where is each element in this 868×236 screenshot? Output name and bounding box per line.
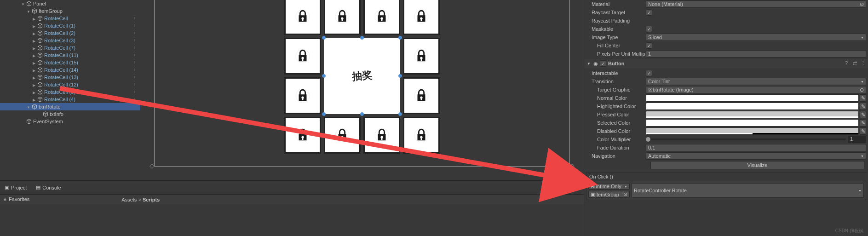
button-component-header[interactable]: ▼ ◉ Button ? ⇄ ⋮: [584, 59, 868, 68]
hierarchy-item[interactable]: ItemGroup: [0, 7, 140, 15]
disabled-color-picker[interactable]: ✎: [860, 127, 866, 135]
fold-icon[interactable]: ▼: [586, 62, 592, 66]
rotate-cell[interactable]: [403, 117, 440, 154]
target-graphic-field[interactable]: ☒ btnRotate (Image): [646, 86, 866, 93]
rotate-cell[interactable]: [363, 0, 400, 35]
highlighted-color-picker[interactable]: ✎: [860, 103, 866, 110]
navigation-dropdown[interactable]: Automatic: [646, 152, 866, 160]
hierarchy-item[interactable]: RotateCell〉: [0, 15, 140, 22]
rotate-cell[interactable]: [324, 117, 361, 154]
menu-icon[interactable]: ⋮: [860, 60, 866, 67]
rotate-cell[interactable]: [363, 117, 400, 154]
console-tab[interactable]: ▤Console: [31, 183, 65, 192]
normal-color-swatch[interactable]: [646, 94, 859, 102]
normal-color-picker[interactable]: ✎: [860, 94, 866, 102]
prefab-chevron-icon[interactable]: 〉: [133, 23, 138, 29]
help-icon[interactable]: ?: [843, 60, 850, 67]
hierarchy-item[interactable]: RotateCell (14)〉: [0, 66, 140, 74]
foldout-arrow[interactable]: [26, 8, 31, 14]
foldout-arrow[interactable]: [31, 60, 37, 65]
runtime-dropdown[interactable]: Runtime Only: [588, 183, 630, 190]
pressed-color-swatch[interactable]: [646, 111, 859, 118]
hierarchy-item[interactable]: RotateCell (1)〉: [0, 22, 140, 29]
canvas-handle-bl[interactable]: ◇: [149, 162, 155, 169]
breadcrumb[interactable]: Assets > Scripts: [121, 197, 160, 202]
selection-handle[interactable]: [398, 36, 402, 40]
selection-handle[interactable]: [322, 112, 326, 116]
scene-view[interactable]: ◇ ◇ 抽奖: [140, 0, 584, 180]
rotate-cell[interactable]: [284, 117, 321, 154]
prefab-chevron-icon[interactable]: 〉: [133, 45, 138, 51]
selection-handle[interactable]: [322, 36, 326, 40]
prefab-chevron-icon[interactable]: 〉: [133, 52, 138, 58]
hierarchy-item[interactable]: RotateCell (4)〉: [0, 96, 140, 103]
btn-rotate[interactable]: 抽奖: [324, 38, 400, 114]
hierarchy-item[interactable]: RotateCell (11)〉: [0, 52, 140, 59]
rotate-cell[interactable]: [403, 38, 440, 75]
onclick-method-dropdown[interactable]: RotateController.Rotate: [632, 183, 864, 198]
favorites-label[interactable]: ★ Favorites: [3, 196, 29, 202]
fill-center-checkbox[interactable]: [646, 42, 652, 49]
selection-handle[interactable]: [398, 74, 402, 78]
foldout-arrow[interactable]: [31, 45, 37, 51]
rotate-cell[interactable]: [284, 38, 321, 75]
prefab-chevron-icon[interactable]: 〉: [133, 75, 138, 81]
ppu-field[interactable]: 1: [646, 50, 866, 58]
rotate-cell[interactable]: [324, 0, 361, 35]
selection-handle[interactable]: [360, 36, 364, 40]
canvas-handle-br[interactable]: ◇: [569, 162, 575, 169]
project-tab[interactable]: ▣Project: [0, 183, 31, 192]
prefab-chevron-icon[interactable]: 〉: [133, 30, 138, 36]
button-enabled-checkbox[interactable]: [600, 60, 606, 67]
hierarchy-item[interactable]: RotateCell (8)〉: [0, 88, 140, 96]
foldout-arrow[interactable]: [31, 75, 37, 80]
pressed-color-picker[interactable]: ✎: [860, 111, 866, 118]
prefab-chevron-icon[interactable]: 〉: [133, 67, 138, 73]
color-multiplier-field[interactable]: 1: [848, 136, 866, 143]
hierarchy-item[interactable]: txtInfo: [0, 110, 140, 118]
rotate-cell[interactable]: [403, 0, 440, 35]
hierarchy-item[interactable]: RotateCell (12)〉: [0, 81, 140, 88]
selection-handle[interactable]: [322, 74, 326, 78]
fade-duration-field[interactable]: 0.1: [646, 144, 866, 151]
foldout-arrow[interactable]: [31, 97, 37, 102]
selected-color-picker[interactable]: ✎: [860, 119, 866, 127]
prefab-chevron-icon[interactable]: 〉: [133, 60, 138, 66]
prefab-chevron-icon[interactable]: 〉: [133, 89, 138, 95]
color-multiplier-slider[interactable]: [646, 138, 846, 140]
hierarchy-item[interactable]: RotateCell (2)〉: [0, 29, 140, 37]
hierarchy-item[interactable]: RotateCell (15)〉: [0, 59, 140, 66]
foldout-arrow[interactable]: [31, 67, 37, 73]
foldout-arrow[interactable]: [20, 1, 26, 6]
selection-handle[interactable]: [360, 112, 364, 116]
visualize-button[interactable]: Visualize: [650, 161, 864, 169]
hierarchy-item[interactable]: RotateCell (3)〉: [0, 37, 140, 44]
preset-icon[interactable]: ⇄: [851, 60, 858, 67]
raycast-target-checkbox[interactable]: [646, 9, 652, 16]
selected-color-swatch[interactable]: [646, 119, 859, 127]
foldout-arrow[interactable]: [31, 82, 37, 87]
image-type-dropdown[interactable]: Sliced: [646, 34, 866, 41]
selection-handle[interactable]: [398, 112, 402, 116]
rotate-cell[interactable]: [284, 77, 321, 114]
rotate-cell[interactable]: [284, 0, 321, 35]
hierarchy-item[interactable]: btnRotate: [0, 103, 140, 110]
rotate-cell[interactable]: [403, 77, 440, 114]
foldout-arrow[interactable]: [31, 38, 37, 43]
foldout-arrow[interactable]: [31, 16, 37, 21]
hierarchy-item[interactable]: Panel: [0, 0, 140, 7]
prefab-chevron-icon[interactable]: 〉: [133, 38, 138, 44]
hierarchy-item[interactable]: EventSystem: [0, 118, 140, 125]
hierarchy-item[interactable]: RotateCell (13)〉: [0, 74, 140, 81]
prefab-chevron-icon[interactable]: 〉: [133, 82, 138, 88]
foldout-arrow[interactable]: [31, 52, 37, 58]
foldout-arrow[interactable]: [31, 89, 37, 95]
prefab-chevron-icon[interactable]: 〉: [133, 16, 138, 22]
transition-dropdown[interactable]: Color Tint: [646, 78, 866, 85]
material-field[interactable]: None (Material): [646, 0, 866, 8]
foldout-arrow[interactable]: [31, 23, 37, 29]
highlighted-color-swatch[interactable]: [646, 103, 859, 110]
onclick-target-field[interactable]: ▣ ItemGroup: [588, 191, 630, 198]
prefab-chevron-icon[interactable]: 〉: [133, 97, 138, 103]
interactable-checkbox[interactable]: [646, 70, 652, 76]
